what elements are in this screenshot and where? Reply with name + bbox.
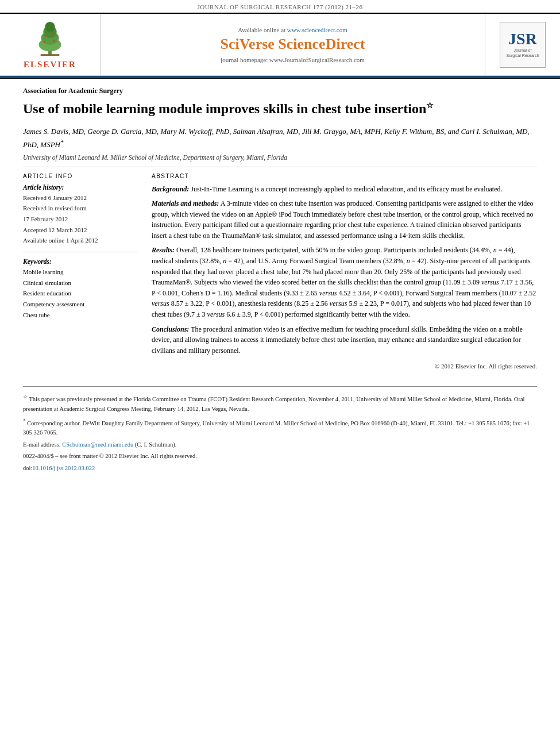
- footnotes: ☆ This paper was previously presented at…: [0, 393, 560, 482]
- affiliation: University of Miami Leonard M. Miller Sc…: [23, 154, 537, 161]
- divider-1: [23, 167, 537, 167]
- article-history-dates: Received 6 January 2012 Received in revi…: [23, 193, 138, 246]
- footnote-star-text: This paper was previously presented at t…: [23, 396, 525, 412]
- keywords-list: Mobile learning Clinical simulation Resi…: [23, 267, 138, 320]
- footnote-corresponding: * Corresponding author. DeWitt Daughtry …: [23, 417, 537, 438]
- authors: James S. Davis, MD, George D. Garcia, MD…: [23, 126, 537, 150]
- results-label: Results:: [152, 246, 175, 254]
- svg-point-7: [53, 40, 55, 42]
- doi-link[interactable]: 10.1016/j.jss.2012.03.022: [32, 465, 95, 471]
- article-history-label: Article history:: [23, 184, 138, 191]
- keyword-clinical-simulation: Clinical simulation: [23, 278, 138, 289]
- footnote-doi: doi:10.1016/j.jss.2012.03.022: [23, 464, 537, 474]
- fn-star-icon: ☆: [23, 394, 28, 399]
- article-title: Use of mobile learning module improves s…: [23, 100, 537, 118]
- email-link[interactable]: CSchulman@med.miami.edu: [62, 441, 133, 448]
- svg-point-5: [45, 22, 55, 32]
- background-text: Just-In-Time Learning is a concept incre…: [191, 185, 502, 193]
- footnote-corresponding-text: Corresponding author. DeWitt Daughtry Fa…: [23, 420, 530, 436]
- footnote-issn: 0022-4804/$ – see front matter © 2012 El…: [23, 452, 537, 461]
- article-info-header: ARTICLE INFO: [23, 173, 138, 179]
- date-revised: 17 February 2012: [23, 214, 138, 225]
- jsr-box: JSR Journal of Surgical Research: [500, 22, 546, 68]
- two-column-layout: ARTICLE INFO Article history: Received 6…: [23, 173, 537, 372]
- jsr-letters: JSR: [508, 31, 537, 47]
- date-received: Received 6 January 2012: [23, 193, 138, 203]
- abstract-background: Background: Just-In-Time Learning is a c…: [152, 184, 537, 195]
- journal-header: JOURNAL OF SURGICAL RESEARCH 177 (2012) …: [0, 0, 560, 13]
- title-text: Use of mobile learning module improves s…: [23, 101, 426, 116]
- doi-label: doi:: [23, 465, 32, 471]
- results-text: Overall, 128 healthcare trainees partici…: [152, 246, 536, 318]
- svg-point-6: [43, 41, 45, 43]
- email-name: (C. I. Schulman).: [135, 441, 177, 448]
- journal-homepage: journal homepage: www.JournalofSurgicalR…: [221, 56, 365, 63]
- elsevier-brand-text: ELSEVIER: [24, 60, 76, 70]
- jsr-subtitle: Journal of Surgical Research: [506, 48, 539, 58]
- abstract-header: ABSTRACT: [152, 173, 537, 179]
- footnote-star: ☆ This paper was previously presented at…: [23, 393, 537, 414]
- date-revised-label: Received in revised form: [23, 203, 138, 214]
- background-label: Background:: [152, 185, 189, 193]
- abstract-column: ABSTRACT Background: Just-In-Time Learni…: [152, 173, 537, 372]
- sciverse-word: SciVerse: [221, 36, 279, 52]
- journal-header-text: JOURNAL OF SURGICAL RESEARCH 177 (2012) …: [197, 3, 362, 10]
- keyword-mobile-learning: Mobile learning: [23, 267, 138, 278]
- authors-text: James S. Davis, MD, George D. Garcia, MD…: [23, 127, 530, 149]
- methods-label: Materials and methods:: [152, 199, 219, 207]
- main-content: Association for Academic Surgery Use of …: [0, 79, 560, 379]
- footnote-email: E-mail address: CSchulman@med.miami.edu …: [23, 440, 537, 450]
- top-banner: ELSEVIER Available online at www.science…: [0, 13, 560, 76]
- sciverse-center: Available online at www.sciencedirect.co…: [101, 14, 485, 75]
- keyword-chest-tube: Chest tube: [23, 310, 138, 321]
- article-info-column: ARTICLE INFO Article history: Received 6…: [23, 173, 138, 372]
- svg-rect-1: [41, 54, 60, 56]
- sciencedirect-link[interactable]: www.sciencedirect.com: [287, 26, 347, 33]
- elsevier-tree-icon: [24, 20, 76, 57]
- divider-keywords: [23, 252, 138, 252]
- keyword-resident-education: Resident education: [23, 288, 138, 299]
- date-accepted: Accepted 12 March 2012: [23, 225, 138, 236]
- fn-asterisk-icon: *: [23, 418, 25, 424]
- copyright: © 2012 Elsevier Inc. All rights reserved…: [152, 361, 537, 371]
- bottom-divider: [23, 386, 537, 387]
- elsevier-logo: ELSEVIER: [0, 14, 101, 75]
- email-label: E-mail address:: [23, 441, 62, 448]
- date-online: Available online 1 April 2012: [23, 235, 138, 246]
- section-tag: Association for Academic Surgery: [23, 87, 537, 95]
- abstract-conclusions: Conclusions: The procedural animation vi…: [152, 324, 537, 356]
- jsr-logo-box: JSR Journal of Surgical Research: [485, 14, 560, 75]
- available-online: Available online at www.sciencedirect.co…: [238, 26, 347, 33]
- svg-point-8: [47, 36, 48, 37]
- keywords-label: Keywords:: [23, 258, 138, 265]
- abstract-methods: Materials and methods: A 3-minute video …: [152, 198, 537, 241]
- sciverse-title: SciVerse ScienceDirect: [221, 36, 365, 53]
- conclusions-label: Conclusions:: [152, 325, 189, 333]
- abstract-results: Results: Overall, 128 healthcare trainee…: [152, 245, 537, 320]
- svg-point-9: [52, 34, 53, 36]
- sciencedirect-word: ScienceDirect: [278, 36, 365, 52]
- abstract-text: Background: Just-In-Time Learning is a c…: [152, 184, 537, 372]
- conclusions-text: The procedural animation video is an eff…: [152, 325, 523, 355]
- keyword-competency-assessment: Competency assessment: [23, 299, 138, 310]
- title-star: ☆: [426, 101, 434, 110]
- authors-star: *: [60, 139, 63, 145]
